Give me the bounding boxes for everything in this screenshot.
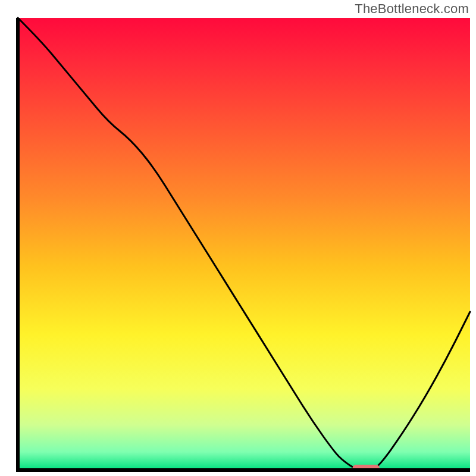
plot-background	[18, 18, 470, 470]
watermark-text: TheBottleneck.com	[355, 1, 469, 17]
chart-container: { "watermark": "TheBottleneck.com", "cha…	[0, 0, 476, 476]
bottleneck-chart	[0, 0, 476, 476]
